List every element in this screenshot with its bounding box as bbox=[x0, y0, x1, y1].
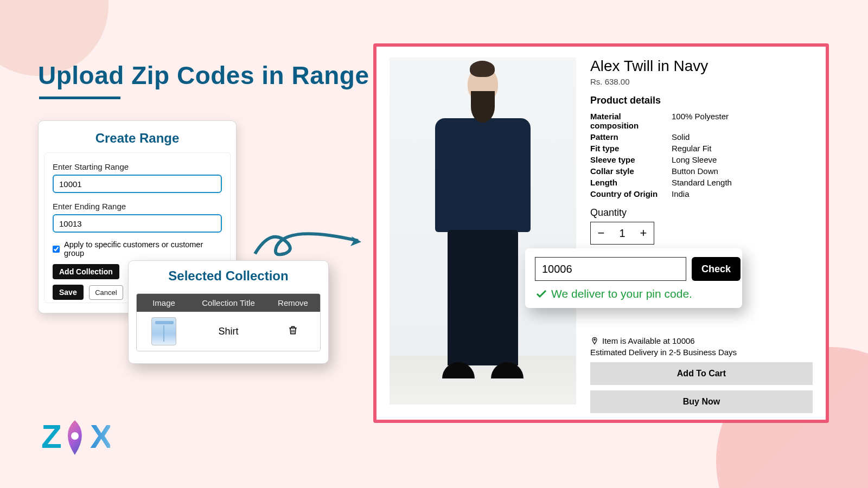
add-to-cart-button[interactable]: Add To Cart bbox=[590, 362, 813, 385]
spec-val: 100% Polyester bbox=[672, 112, 813, 130]
start-range-label: Enter Starting Range bbox=[53, 162, 222, 171]
cancel-button[interactable]: Cancel bbox=[89, 285, 123, 300]
table-row: Shirt bbox=[137, 312, 320, 351]
svg-point-0 bbox=[594, 339, 596, 341]
collection-table: Image Collection Title Remove Shirt bbox=[136, 293, 321, 351]
product-price: Rs. 638.00 bbox=[590, 77, 813, 86]
spec-val: Standard Length bbox=[672, 178, 813, 187]
start-range-input[interactable] bbox=[53, 175, 222, 193]
end-range-label: Enter Ending Range bbox=[53, 202, 222, 211]
product-panel: Alex Twill in Navy Rs. 638.00 Product de… bbox=[373, 43, 829, 423]
save-button[interactable]: Save bbox=[53, 285, 84, 300]
availability-block: Item is Available at 10006 Estimated Del… bbox=[590, 336, 813, 413]
checkmark-icon bbox=[535, 287, 548, 300]
create-range-title: Create Range bbox=[39, 129, 236, 152]
product-info: Alex Twill in Navy Rs. 638.00 Product de… bbox=[590, 57, 813, 409]
spec-key: Country of Origin bbox=[590, 189, 672, 198]
trash-icon bbox=[288, 325, 298, 336]
spec-val: Button Down bbox=[672, 166, 813, 176]
pincode-success-message: We deliver to your pin code. bbox=[551, 287, 692, 300]
quantity-decrement-button[interactable]: − bbox=[591, 222, 611, 244]
shirt-thumbnail-icon bbox=[151, 317, 176, 345]
col-image: Image bbox=[137, 298, 191, 307]
page-title: Upload Zip Codes in Range bbox=[38, 61, 369, 90]
spec-key: Pattern bbox=[590, 132, 672, 142]
spec-val: India bbox=[672, 189, 813, 198]
apply-checkbox[interactable] bbox=[53, 246, 60, 253]
spec-key: Sleeve type bbox=[590, 155, 672, 164]
pincode-check-popover: Check We deliver to your pin code. bbox=[525, 248, 742, 308]
spec-key: Length bbox=[590, 178, 672, 187]
pin-outline-icon bbox=[590, 337, 599, 345]
add-collection-button[interactable]: Add Collection bbox=[53, 264, 119, 279]
arrow-swirl-icon bbox=[244, 221, 363, 270]
availability-line: Item is Available at 10006 bbox=[602, 336, 695, 345]
spec-val: Solid bbox=[672, 132, 813, 142]
pincode-input[interactable] bbox=[535, 257, 686, 281]
product-details-heading: Product details bbox=[590, 95, 813, 106]
remove-button[interactable] bbox=[266, 325, 320, 338]
eta-line: Estimated Delivery in 2-5 Business Days bbox=[590, 348, 813, 357]
col-remove: Remove bbox=[266, 298, 320, 307]
spec-val: Long Sleeve bbox=[672, 155, 813, 164]
product-title: Alex Twill in Navy bbox=[590, 57, 813, 75]
page-title-underline bbox=[39, 97, 120, 99]
apply-checkbox-label: Apply to specific customers or customer … bbox=[64, 240, 222, 258]
quantity-label: Quantity bbox=[590, 207, 813, 219]
logo-pin-icon bbox=[61, 420, 89, 455]
buy-now-button[interactable]: Buy Now bbox=[590, 390, 813, 413]
selected-collection-card: Selected Collection Image Collection Tit… bbox=[128, 260, 329, 364]
quantity-value: 1 bbox=[611, 227, 633, 240]
spec-key: Collar style bbox=[590, 166, 672, 176]
quantity-stepper: − 1 + bbox=[590, 222, 654, 245]
collection-table-head: Image Collection Title Remove bbox=[137, 294, 320, 312]
check-button[interactable]: Check bbox=[692, 257, 741, 281]
apply-checkbox-row[interactable]: Apply to specific customers or customer … bbox=[53, 240, 222, 258]
end-range-input[interactable] bbox=[53, 214, 222, 233]
spec-key: Material composition bbox=[590, 112, 672, 130]
row-title: Shirt bbox=[191, 326, 266, 337]
spec-val: Regular Fit bbox=[672, 144, 813, 153]
quantity-increment-button[interactable]: + bbox=[633, 222, 654, 244]
logo-letter-x: X bbox=[90, 417, 110, 455]
spec-key: Fit type bbox=[590, 144, 672, 153]
product-image bbox=[390, 57, 576, 404]
zox-logo: Z X bbox=[41, 417, 110, 455]
logo-letter-z: Z bbox=[41, 417, 60, 455]
col-title: Collection Title bbox=[191, 298, 266, 307]
product-specs: Material composition100% Polyester Patte… bbox=[590, 112, 813, 198]
